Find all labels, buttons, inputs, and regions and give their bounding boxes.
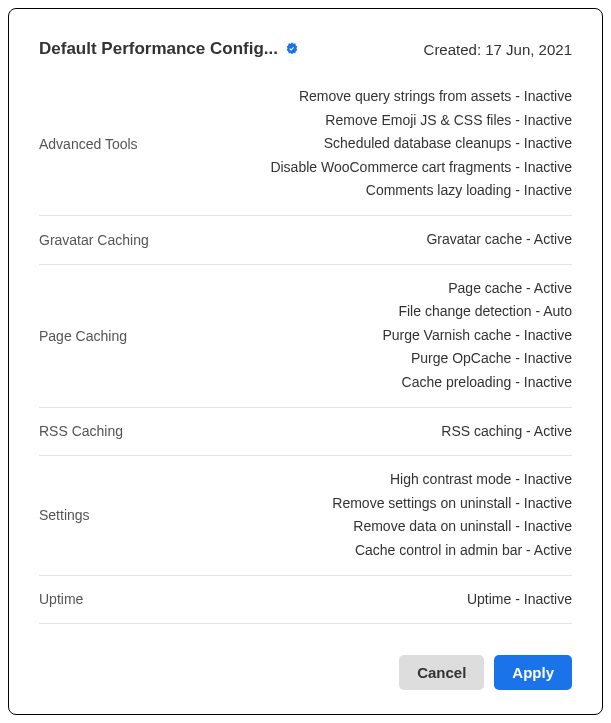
section-items: High contrast mode - InactiveRemove sett… [332,470,572,560]
section-item: Purge OpCache - Inactive [382,349,572,369]
section-label: Page Caching [39,328,127,344]
section-item: RSS caching - Active [441,422,572,442]
section-item: Scheduled database cleanups - Inactive [270,134,572,154]
config-section: Gravatar CachingGravatar cache - Active [39,216,572,265]
section-item: High contrast mode - Inactive [332,470,572,490]
config-section: SettingsHigh contrast mode - InactiveRem… [39,456,572,575]
section-items: Page cache - ActiveFile change detection… [382,279,572,393]
modal-title: Default Performance Config... [39,39,278,59]
config-section: Page CachingPage cache - ActiveFile chan… [39,265,572,408]
sections-list: Advanced ToolsRemove query strings from … [39,87,572,624]
section-item: Comments lazy loading - Inactive [270,181,572,201]
modal-header: Default Performance Config... Created: 1… [39,39,572,59]
config-modal: Default Performance Config... Created: 1… [8,8,603,715]
section-item: Uptime - Inactive [467,590,572,610]
section-item: Cache control in admin bar - Active [332,541,572,561]
config-section: UptimeUptime - Inactive [39,576,572,625]
created-date: Created: 17 Jun, 2021 [424,41,572,58]
section-item: Cache preloading - Inactive [382,373,572,393]
section-label: Settings [39,507,90,523]
verified-icon [284,41,300,57]
cancel-button[interactable]: Cancel [399,655,484,690]
section-item: Remove data on uninstall - Inactive [332,517,572,537]
section-item: Gravatar cache - Active [426,230,572,250]
section-item: Remove Emoji JS & CSS files - Inactive [270,111,572,131]
title-wrap: Default Performance Config... [39,39,300,59]
config-section: Advanced ToolsRemove query strings from … [39,87,572,216]
modal-footer: Cancel Apply [39,631,572,690]
section-item: Remove query strings from assets - Inact… [270,87,572,107]
apply-button[interactable]: Apply [494,655,572,690]
section-item: File change detection - Auto [382,302,572,322]
config-section: RSS CachingRSS caching - Active [39,408,572,457]
section-item: Page cache - Active [382,279,572,299]
section-label: RSS Caching [39,423,123,439]
section-label: Uptime [39,591,83,607]
section-items: Gravatar cache - Active [426,230,572,250]
section-items: Uptime - Inactive [467,590,572,610]
section-items: RSS caching - Active [441,422,572,442]
section-item: Remove settings on uninstall - Inactive [332,494,572,514]
section-label: Gravatar Caching [39,232,149,248]
section-item: Disable WooCommerce cart fragments - Ina… [270,158,572,178]
section-label: Advanced Tools [39,136,138,152]
section-item: Purge Varnish cache - Inactive [382,326,572,346]
section-items: Remove query strings from assets - Inact… [270,87,572,201]
